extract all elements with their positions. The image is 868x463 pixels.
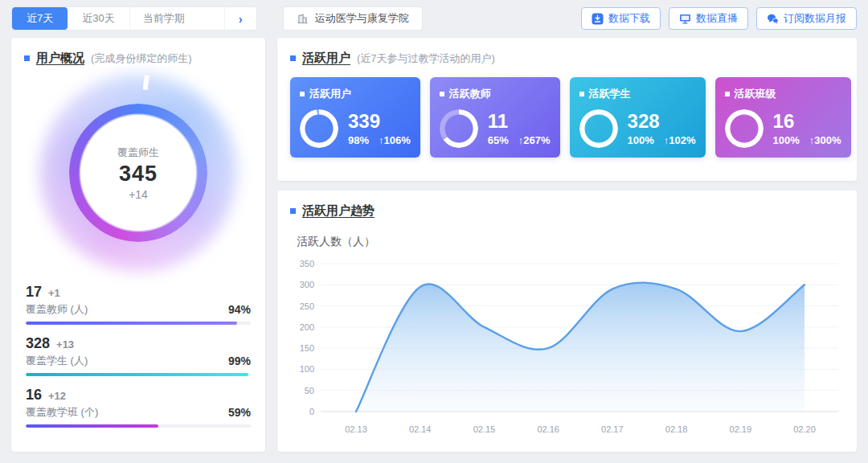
topbar-actions: 数据下载 数据直播 订阅数据月报 [581,7,857,30]
subscribe-report-button[interactable]: 订阅数据月报 [756,7,857,30]
topbar: 近7天 近30天 当前学期 › 运动医学与康复学院 数据下载 数据直播 订阅数据… [11,6,857,31]
card-value: 328 [628,111,696,132]
active-trend-title[interactable]: 活跃用户趋势 [302,203,375,219]
data-download-button[interactable]: 数据下载 [581,7,661,30]
gauge-label: 覆盖师生 [117,145,159,160]
card-bullet-icon [300,92,305,96]
chat-icon [767,13,779,25]
progress-fill [26,424,158,428]
card-growth: ↑300% [809,134,841,146]
svg-text:150: 150 [300,343,314,353]
download-icon [592,13,604,25]
active-users-title[interactable]: 活跃用户 [302,51,350,66]
stat-value: 16 [26,387,42,404]
stat-value: 328 [26,335,50,352]
card-growth: ↑102% [664,134,696,146]
card-percent: 98% [348,134,369,146]
card-bullet-icon [725,92,730,96]
progress-track [26,322,251,325]
section-bullet-icon [290,208,296,214]
user-overview-panel: 用户概况 (完成身份绑定的师生) 覆盖师生 345 +14 17 +1 覆盖教师… [11,38,265,452]
gauge-value: 345 [119,162,158,186]
stat-value: 17 [26,284,42,301]
stat-label: 覆盖教师 (人) [26,302,88,317]
subscribe-report-label: 订阅数据月报 [784,11,846,26]
coverage-gauge: 覆盖师生 345 +14 [43,77,234,268]
coverage-students-stat: 328 +13 覆盖学生 (人) 99% [26,335,251,376]
stat-delta: +1 [48,287,60,299]
stat-delta: +13 [56,338,74,350]
svg-text:02.14: 02.14 [409,424,432,434]
card-bullet-icon [440,92,444,96]
user-overview-note: (完成身份绑定的师生) [91,51,192,66]
date-range-tabs: 近7天 近30天 当前学期 › [11,6,257,31]
stat-delta: +12 [48,390,66,402]
card-growth: ↑106% [379,134,411,146]
section-bullet-icon [290,55,296,61]
card-percent: 100% [628,134,654,146]
svg-text:02.16: 02.16 [537,424,559,434]
data-live-button[interactable]: 数据直播 [669,7,748,30]
ring-chart-icon [725,109,764,148]
data-download-label: 数据下载 [608,11,650,26]
stat-label: 覆盖教学班 (个) [26,405,98,420]
ring-chart-icon [579,109,618,148]
svg-text:250: 250 [300,301,314,311]
card-value: 339 [348,111,411,132]
card-percent: 65% [488,134,509,146]
svg-text:02.18: 02.18 [665,424,688,434]
section-bullet-icon [24,55,30,61]
svg-text:100: 100 [300,364,314,374]
monitor-icon [679,13,691,25]
active-teachers-card: 活跃教师 11 65%↑267% [430,77,560,158]
card-bullet-icon [579,92,584,96]
stat-percent: 94% [228,303,251,316]
coverage-classes-stat: 16 +12 覆盖教学班 (个) 59% [26,387,251,428]
data-live-label: 数据直播 [696,11,738,26]
card-percent: 100% [773,134,800,146]
active-users-panel: 活跃用户 (近7天参与过教学活动的用户) 活跃用户 339 98%↑106% 活… [277,38,857,181]
card-label: 活跃班级 [735,87,776,101]
stat-label: 覆盖学生 (人) [26,354,88,368]
card-label: 活跃教师 [449,87,491,101]
active-users-note: (近7天参与过教学活动的用户) [357,51,495,66]
active-users-card: 活跃用户 339 98%↑106% [290,77,420,158]
svg-text:02.19: 02.19 [730,424,752,434]
svg-text:350: 350 [300,259,314,268]
tab-last-7-days[interactable]: 近7天 [12,7,68,30]
progress-track [26,424,251,428]
svg-text:300: 300 [300,280,314,289]
stat-percent: 59% [228,406,251,419]
card-growth: ↑267% [518,134,551,146]
active-students-card: 活跃学生 328 100%↑102% [570,77,706,158]
chart-y-axis-title: 活跃人数（人） [277,223,857,249]
tab-current-semester[interactable]: 当前学期 [129,7,224,30]
ring-chart-icon [300,109,338,148]
progress-fill [26,373,248,376]
ring-chart-icon [440,109,478,148]
svg-text:02.17: 02.17 [601,424,624,434]
chevron-right-icon[interactable]: › [224,7,256,30]
building-icon [297,13,309,25]
school-selector[interactable]: 运动医学与康复学院 [283,6,423,31]
school-name: 运动医学与康复学院 [315,11,409,26]
active-classes-card: 活跃班级 16 100%↑300% [715,77,851,158]
coverage-stats: 17 +1 覆盖教师 (人) 94% 328 +13 覆盖学生 (人) 99% … [11,268,265,428]
card-value: 16 [773,111,841,132]
gauge-delta: +14 [129,188,148,201]
svg-text:02.15: 02.15 [473,424,496,434]
svg-text:50: 50 [305,386,314,395]
svg-text:0: 0 [309,407,314,416]
svg-text:02.20: 02.20 [793,424,816,434]
progress-fill [26,322,237,325]
coverage-teachers-stat: 17 +1 覆盖教师 (人) 94% [26,284,251,325]
active-trend-panel: 活跃用户趋势 活跃人数（人） 05010015020025030035002.1… [277,191,857,452]
card-label: 活跃学生 [589,87,631,101]
card-value: 11 [488,111,551,132]
tab-last-30-days[interactable]: 近30天 [68,7,129,30]
card-label: 活跃用户 [309,87,351,101]
active-cards-row: 活跃用户 339 98%↑106% 活跃教师 11 65%↑267% 活跃学生 [277,71,857,158]
active-trend-chart: 05010015020025030035002.1302.1402.1502.1… [284,251,850,450]
user-overview-title[interactable]: 用户概况 [36,51,84,66]
stat-percent: 99% [228,354,251,367]
